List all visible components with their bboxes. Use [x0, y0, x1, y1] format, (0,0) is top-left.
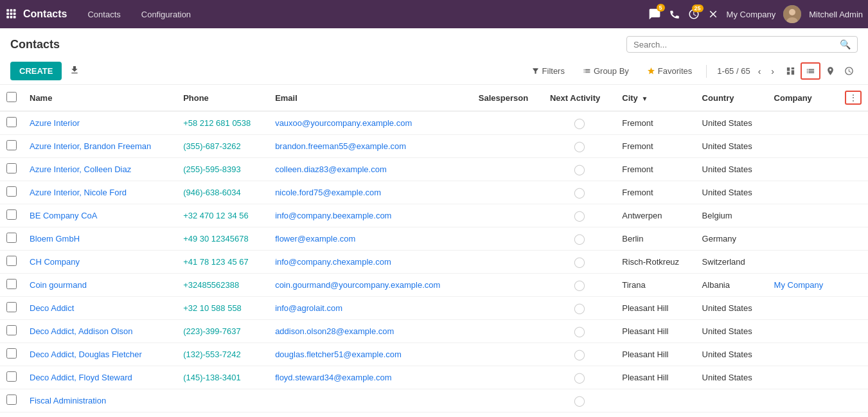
contact-name-link[interactable]: Azure Interior, Colleen Diaz — [30, 164, 131, 174]
row-checkbox[interactable] — [6, 395, 17, 405]
user-name[interactable]: Mitchell Admin — [809, 10, 863, 19]
contact-name-link[interactable]: BE Company CoA — [30, 211, 98, 220]
prev-page-button[interactable]: ‹ — [756, 65, 764, 78]
row-checkbox[interactable] — [6, 117, 17, 127]
row-options-cell — [838, 366, 868, 389]
nav-configuration[interactable]: Configuration — [136, 7, 196, 22]
contact-phone[interactable]: (145)-138-3401 — [183, 373, 241, 382]
kanban-view-button[interactable] — [782, 64, 799, 78]
contact-name-link[interactable]: Deco Addict, Floyd Steward — [30, 373, 132, 382]
contact-name-link[interactable]: Coin gourmand — [30, 280, 87, 290]
contact-name-link[interactable]: Bloem GmbH — [30, 234, 80, 244]
clock-view-button[interactable] — [840, 64, 858, 78]
chat-icon[interactable]: 5 — [648, 8, 661, 21]
row-checkbox[interactable] — [6, 302, 17, 312]
row-options-cell — [838, 111, 868, 135]
nav-contacts[interactable]: Contacts — [82, 7, 125, 22]
import-button[interactable] — [69, 65, 80, 77]
clock-icon[interactable]: 25 — [688, 8, 700, 20]
contact-name-link[interactable]: Azure Interior, Brandon Freeman — [30, 141, 151, 151]
contact-phone[interactable]: +32 10 588 558 — [183, 303, 242, 313]
row-salesperson-cell — [472, 251, 544, 274]
create-button[interactable]: CREATE — [10, 62, 62, 80]
activity-icon: ◯ — [574, 326, 585, 337]
row-email-cell: john.b@tech.info — [269, 413, 472, 418]
row-country-cell: United States — [696, 320, 768, 343]
row-checkbox[interactable] — [6, 371, 17, 382]
table-row: Azure Interior +58 212 681 0538 vauxoo@y… — [0, 111, 868, 135]
row-activity-cell: ◯ — [544, 111, 616, 135]
contact-phone[interactable]: (946)-638-6034 — [183, 188, 241, 197]
next-page-button[interactable]: › — [768, 65, 777, 78]
row-checkbox[interactable] — [6, 279, 17, 289]
map-view-button[interactable] — [822, 64, 839, 78]
contact-phone[interactable]: (132)-553-7242 — [183, 350, 241, 359]
contact-email[interactable]: floyd.steward34@example.com — [275, 373, 392, 382]
row-checkbox[interactable] — [6, 163, 17, 173]
row-checkbox[interactable] — [6, 209, 17, 220]
contact-email[interactable]: addison.olson28@example.com — [275, 326, 394, 336]
select-all-checkbox[interactable] — [6, 92, 17, 102]
table-row: Deco Addict, Floyd Steward (145)-138-340… — [0, 366, 868, 389]
contact-email[interactable]: nicole.ford75@example.com — [275, 188, 381, 197]
contact-email[interactable]: info@agrolait.com — [275, 303, 342, 313]
contact-phone[interactable]: +32 470 12 34 56 — [183, 211, 249, 220]
row-activity-cell: ◯ — [544, 227, 616, 251]
favorites-button[interactable]: Favorites — [643, 64, 696, 78]
contact-name-link[interactable]: Azure Interior — [30, 118, 80, 128]
contact-phone[interactable]: (255)-595-8393 — [183, 164, 241, 174]
phone-icon[interactable] — [669, 8, 680, 20]
contact-phone[interactable]: +49 30 12345678 — [183, 234, 249, 244]
contact-city: Fremont — [622, 188, 653, 197]
contact-phone[interactable]: (355)-687-3262 — [183, 141, 241, 151]
contact-phone[interactable]: +58 212 681 0538 — [183, 118, 251, 128]
contact-name-link[interactable]: Deco Addict, Douglas Fletcher — [30, 350, 142, 359]
row-checkbox[interactable] — [6, 348, 17, 359]
contact-city: Fremont — [622, 118, 653, 128]
contact-email[interactable]: vauxoo@yourcompany.example.com — [275, 118, 412, 128]
row-checkbox[interactable] — [6, 186, 17, 197]
contact-email[interactable]: douglas.fletcher51@example.com — [275, 350, 402, 359]
search-icon[interactable]: 🔍 — [840, 39, 851, 49]
contact-name-link[interactable]: Deco Addict — [30, 303, 74, 313]
filters-button[interactable]: Filters — [527, 64, 569, 78]
contact-name-link[interactable]: Fiscal Administration — [30, 396, 106, 405]
col-city[interactable]: City ▼ — [616, 85, 695, 111]
contact-email[interactable]: coin.gourmand@yourcompany.example.com — [275, 280, 440, 290]
contact-email[interactable]: info@company.beexample.com — [275, 211, 391, 220]
search-input[interactable] — [633, 40, 840, 49]
row-name-cell: Deco Addict — [23, 297, 177, 320]
row-checkbox[interactable] — [6, 325, 17, 335]
row-checkbox-cell — [0, 297, 23, 320]
row-city-cell: Antwerpen — [616, 204, 695, 227]
contact-name-link[interactable]: CH Company — [30, 257, 80, 267]
contact-email[interactable]: flower@example.com — [275, 234, 355, 244]
close-icon[interactable] — [707, 8, 719, 20]
avatar[interactable] — [783, 5, 801, 23]
contact-email[interactable]: info@company.chexample.com — [275, 257, 391, 267]
table-body: Azure Interior +58 212 681 0538 vauxoo@y… — [0, 111, 868, 417]
row-checkbox[interactable] — [6, 233, 17, 243]
column-options-button[interactable]: ⋮ — [845, 91, 862, 105]
grid-menu-icon[interactable] — [5, 8, 17, 21]
row-checkbox[interactable] — [6, 256, 17, 266]
contact-email[interactable]: brandon.freeman55@example.com — [275, 141, 406, 151]
row-name-cell: Coin gourmand — [23, 274, 177, 297]
groupby-button[interactable]: Group By — [579, 64, 633, 78]
chat-badge: 5 — [657, 4, 665, 12]
row-phone-cell: +49 30 12345678 — [177, 227, 269, 251]
company-name[interactable]: My Company — [727, 10, 776, 19]
contact-phone[interactable]: (223)-399-7637 — [183, 326, 241, 336]
contact-name-link[interactable]: Deco Addict, Addison Olson — [30, 326, 132, 336]
contact-phone[interactable]: +32485562388 — [183, 280, 239, 290]
row-email-cell: flower@example.com — [269, 227, 472, 251]
list-view-button[interactable] — [801, 62, 820, 80]
table-row: Azure Interior, Brandon Freeman (355)-68… — [0, 135, 868, 158]
contact-phone[interactable]: +41 78 123 45 67 — [183, 257, 249, 267]
row-checkbox[interactable] — [6, 140, 17, 150]
contact-name-link[interactable]: Azure Interior, Nicole Ford — [30, 188, 127, 197]
row-city-cell: Fremont — [616, 181, 695, 204]
activity-icon: ◯ — [574, 187, 585, 198]
contact-email[interactable]: colleen.diaz83@example.com — [275, 164, 387, 174]
contact-company[interactable]: My Company — [774, 280, 824, 290]
